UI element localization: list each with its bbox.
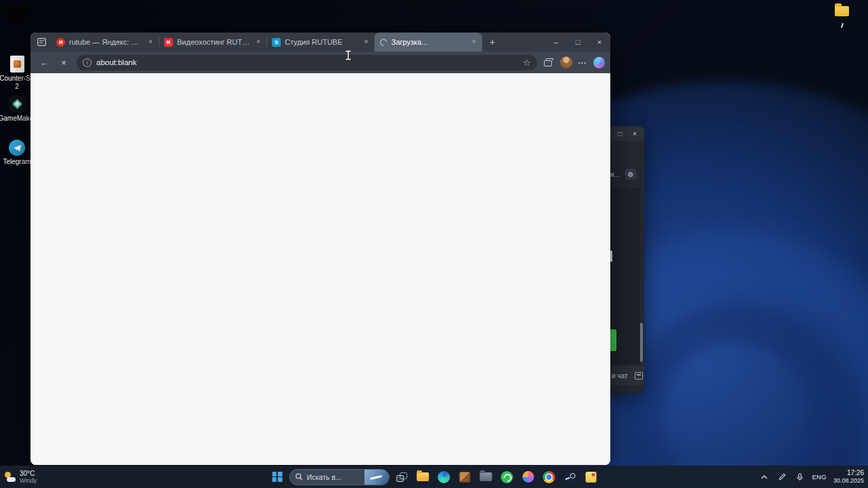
weather-condition: Windy	[20, 477, 37, 484]
search-icon	[296, 471, 303, 483]
tab-loading-active[interactable]: Загрузка... ×	[374, 33, 482, 52]
windows-logo-icon	[272, 472, 282, 482]
loading-spinner-icon	[378, 37, 389, 47]
telegram-icon	[9, 140, 25, 156]
tab-title: Студия RUTUBE	[285, 38, 357, 46]
stop-loading-button[interactable]: ×	[56, 54, 72, 70]
favorites-star-icon[interactable]: ☆	[523, 58, 531, 68]
side-window-top-text: и...	[610, 171, 620, 178]
settings-more-icon[interactable]: •••	[578, 60, 587, 65]
desktop-folder-icon[interactable]	[835, 6, 849, 16]
profile-avatar[interactable]	[560, 56, 572, 68]
maximize-button[interactable]: □	[567, 33, 589, 52]
black-window-peek[interactable]	[7, 3, 27, 21]
close-icon[interactable]: ×	[628, 127, 642, 140]
steam-icon[interactable]	[561, 468, 579, 486]
microphone-icon[interactable]	[794, 472, 805, 483]
notes-app-icon[interactable]	[583, 468, 600, 486]
yandex-favicon-icon: Я	[56, 38, 65, 47]
task-view-button[interactable]	[393, 468, 411, 486]
cube-app-icon[interactable]	[456, 468, 474, 486]
pen-icon[interactable]	[776, 472, 787, 483]
counter-strike-2-icon	[10, 56, 24, 73]
chrome-icon[interactable]	[540, 468, 558, 486]
maximize-icon[interactable]: □	[613, 127, 627, 140]
taskbar-center: Искать в...	[269, 466, 600, 488]
language-indicator[interactable]: ENG	[812, 473, 827, 481]
browser-toolbar: ← × i about:blank ☆ •••	[31, 52, 610, 73]
system-tray: ENG 17:26 30.08.2025	[759, 466, 864, 488]
whatsapp-icon[interactable]	[498, 468, 516, 486]
tab-yandex-search[interactable]: Я rutube — Яндекс: нашлось 485 ×	[51, 33, 159, 52]
tray-chevron-up-icon[interactable]	[759, 472, 770, 483]
back-button[interactable]: ←	[36, 54, 52, 70]
edge-icon[interactable]	[435, 468, 453, 486]
weather-widget[interactable]: 30°C Windy	[5, 466, 37, 488]
gamemaker-icon	[9, 96, 26, 113]
text-cursor	[344, 50, 352, 63]
collections-icon[interactable]	[544, 58, 554, 67]
photos-icon[interactable]	[519, 468, 537, 486]
tab-rutube-home[interactable]: R Видеохостинг RUTUBE. Смотрите ×	[159, 33, 267, 52]
tray-date: 30.08.2025	[833, 477, 864, 485]
tab-title: Видеохостинг RUTUBE. Смотрите	[177, 38, 250, 46]
copilot-icon[interactable]	[593, 57, 605, 68]
tray-time: 17:26	[833, 469, 864, 477]
close-button[interactable]: ×	[589, 33, 610, 52]
address-bar[interactable]: i about:blank ☆	[77, 55, 537, 70]
side-window-scrollbar[interactable]	[640, 323, 643, 362]
window-controls: – □ ×	[545, 33, 610, 52]
side-window-accent	[610, 251, 612, 262]
tab-actions-menu-icon[interactable]	[35, 35, 48, 49]
search-placeholder: Искать в...	[307, 473, 361, 481]
search-highlight-thumbnail	[365, 469, 389, 485]
side-window-bottom-text: и чат	[612, 372, 628, 380]
taskbar-search[interactable]: Искать в...	[290, 469, 390, 485]
taskbar: 30°C Windy Искать в...	[0, 466, 868, 488]
new-tab-button[interactable]: +	[485, 35, 500, 49]
clock[interactable]: 17:26 30.08.2025	[833, 469, 864, 485]
toolbar-icons: •••	[542, 56, 605, 68]
url-text[interactable]: about:blank	[96, 58, 518, 66]
folder-app-icon[interactable]	[477, 468, 495, 486]
chat-panel-icon[interactable]	[635, 372, 643, 380]
desktop-icon-label: Telegram	[3, 158, 31, 166]
page-info-icon[interactable]: i	[83, 58, 92, 67]
tab-rutube-studio[interactable]: S Студия RUTUBE ×	[267, 33, 374, 52]
file-explorer-icon[interactable]	[414, 468, 432, 486]
studio-favicon-icon: S	[272, 38, 281, 47]
start-button[interactable]	[269, 468, 286, 486]
tab-close-icon[interactable]: ×	[146, 37, 155, 47]
tab-title: Загрузка...	[391, 38, 465, 46]
tab-close-icon[interactable]: ×	[254, 37, 263, 47]
tab-close-icon[interactable]: ×	[469, 37, 479, 47]
browser-window: Я rutube — Яндекс: нашлось 485 × R Видео…	[31, 33, 610, 465]
tab-close-icon[interactable]: ×	[361, 37, 371, 47]
gear-icon[interactable]: ⚙	[625, 169, 636, 180]
rutube-favicon-icon: R	[164, 38, 173, 47]
weather-temp: 30°C	[20, 470, 37, 478]
tab-title: rutube — Яндекс: нашлось 485	[69, 38, 142, 46]
minimize-button[interactable]: –	[545, 33, 567, 52]
blank-page-content	[31, 73, 610, 465]
weather-icon	[5, 472, 16, 482]
tab-strip: Я rutube — Яндекс: нашлось 485 × R Видео…	[31, 33, 610, 52]
